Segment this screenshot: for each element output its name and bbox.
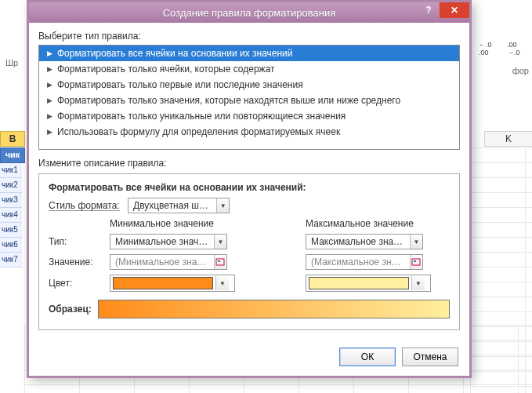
edit-rule-description-label: Измените описание правила: bbox=[38, 158, 460, 169]
maximum-header: Максимальное значение bbox=[306, 218, 431, 229]
color-label: Цвет: bbox=[49, 278, 102, 289]
rule-type-item[interactable]: ▶ Форматировать только уникальные или по… bbox=[39, 108, 459, 124]
cell-a[interactable]: чик3 bbox=[0, 193, 22, 208]
range-picker-icon[interactable] bbox=[410, 255, 422, 269]
rule-type-item[interactable]: ▶ Форматировать только значения, которые… bbox=[39, 93, 459, 108]
range-picker-icon[interactable] bbox=[214, 255, 226, 269]
help-button[interactable]: ? bbox=[418, 2, 439, 18]
play-icon: ▶ bbox=[47, 96, 52, 104]
rule-type-label: Форматировать только ячейки, которые сод… bbox=[57, 64, 275, 75]
cancel-button[interactable]: Отмена bbox=[402, 348, 458, 366]
rule-type-label: Использовать формулу для определения фор… bbox=[57, 126, 340, 137]
ok-button[interactable]: ОК bbox=[339, 348, 396, 366]
min-type-combo[interactable]: Минимальное значение ▼ bbox=[110, 234, 227, 249]
type-label: Тип: bbox=[49, 236, 102, 247]
format-style-combo[interactable]: Двухцветная шкала ▼ bbox=[128, 198, 230, 213]
cell-a[interactable]: чик4 bbox=[0, 208, 22, 223]
ribbon-fragment-shr: Шр bbox=[0, 49, 24, 67]
ribbon-fragment: ←.0 .00 .00 →.0 фор bbox=[477, 38, 532, 100]
play-icon: ▶ bbox=[47, 112, 52, 120]
min-value-placeholder: (Минимальное значение bbox=[110, 257, 214, 267]
min-type-value: Минимальное значение bbox=[110, 236, 214, 247]
cell-a[interactable]: чик1 bbox=[0, 163, 22, 178]
value-label: Значение: bbox=[49, 257, 102, 267]
max-type-value: Максимальное значение bbox=[306, 236, 410, 247]
dialog-footer: ОК Отмена bbox=[29, 340, 469, 376]
gradient-preview bbox=[98, 300, 450, 318]
cell-a[interactable]: чик7 bbox=[0, 253, 22, 267]
format-style-label: Стиль формата: bbox=[49, 200, 123, 211]
close-button[interactable]: ✕ bbox=[439, 2, 469, 18]
cell-a[interactable]: чик5 bbox=[0, 223, 22, 238]
rule-type-item[interactable]: ▶ Форматировать только первые или послед… bbox=[39, 77, 459, 93]
cell-a[interactable]: чик6 bbox=[0, 238, 22, 253]
min-color-combo[interactable]: ▼ bbox=[110, 275, 235, 292]
chevron-down-icon: ▼ bbox=[214, 235, 226, 249]
select-rule-type-label: Выберите тип правила: bbox=[38, 31, 460, 42]
chevron-down-icon: ▼ bbox=[215, 276, 229, 290]
decrease-decimal-icon[interactable]: .00 →.0 bbox=[507, 41, 530, 56]
rule-type-label: Форматировать только первые или последни… bbox=[57, 79, 303, 90]
rule-type-label: Форматировать все ячейки на основании их… bbox=[57, 48, 293, 59]
rule-type-item[interactable]: ▶ Использовать формулу для определения ф… bbox=[39, 124, 459, 140]
minimum-header: Минимальное значение bbox=[110, 218, 235, 229]
play-icon: ▶ bbox=[47, 65, 52, 73]
play-icon: ▶ bbox=[47, 128, 52, 136]
svg-rect-3 bbox=[414, 260, 416, 262]
min-value-input[interactable]: (Минимальное значение bbox=[110, 254, 227, 270]
rule-subtitle: Форматировать все ячейки на основании их… bbox=[49, 182, 450, 193]
max-color-swatch bbox=[309, 277, 409, 289]
rule-type-item[interactable]: ▶ Форматировать все ячейки на основании … bbox=[39, 45, 459, 61]
max-color-combo[interactable]: ▼ bbox=[306, 275, 431, 292]
rule-type-label: Форматировать только уникальные или повт… bbox=[57, 111, 346, 122]
cell-header[interactable]: чик bbox=[0, 147, 25, 163]
max-value-placeholder: (Максимальное значение bbox=[306, 257, 410, 267]
increase-decimal-icon[interactable]: ←.0 .00 bbox=[479, 41, 502, 56]
titlebar[interactable]: Создание правила форматирования ? ✕ bbox=[29, 2, 469, 23]
format-style-value: Двухцветная шкала bbox=[128, 200, 216, 211]
max-type-combo[interactable]: Максимальное значение ▼ bbox=[306, 234, 423, 249]
column-header-b[interactable]: B bbox=[0, 131, 25, 147]
max-value-input[interactable]: (Максимальное значение bbox=[306, 254, 423, 270]
ribbon-group-label: фор bbox=[477, 60, 532, 75]
svg-rect-1 bbox=[218, 260, 220, 262]
close-icon: ✕ bbox=[451, 5, 458, 16]
dialog-title: Создание правила форматирования bbox=[29, 7, 469, 19]
rule-description-panel: Форматировать все ячейки на основании их… bbox=[38, 173, 460, 330]
column-header-k[interactable]: K bbox=[484, 131, 532, 147]
rule-type-list[interactable]: ▶ Форматировать все ячейки на основании … bbox=[38, 45, 460, 150]
play-icon: ▶ bbox=[47, 81, 52, 89]
preview-label: Образец: bbox=[49, 304, 92, 315]
rule-type-label: Форматировать только значения, которые н… bbox=[57, 95, 400, 106]
cell-a[interactable]: чик2 bbox=[0, 178, 22, 193]
rule-type-item[interactable]: ▶ Форматировать только ячейки, которые с… bbox=[39, 61, 459, 77]
chevron-down-icon: ▼ bbox=[411, 276, 425, 290]
play-icon: ▶ bbox=[47, 49, 52, 57]
chevron-down-icon: ▼ bbox=[410, 235, 422, 249]
min-color-swatch bbox=[113, 277, 213, 289]
chevron-down-icon: ▼ bbox=[216, 198, 229, 213]
new-formatting-rule-dialog: Создание правила форматирования ? ✕ Выбе… bbox=[27, 0, 472, 378]
